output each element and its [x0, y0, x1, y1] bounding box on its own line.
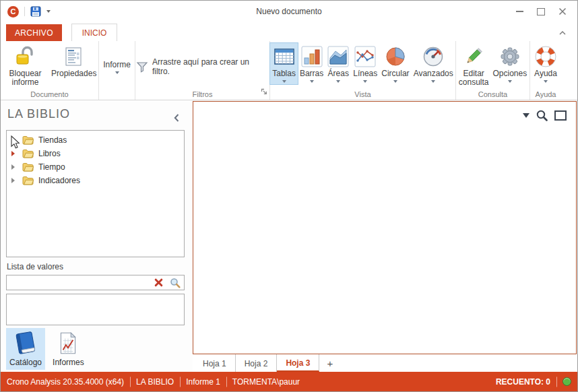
- informes-button[interactable]: Informes: [49, 328, 88, 370]
- save-icon[interactable]: [30, 6, 41, 17]
- ayuda-button[interactable]: Ayuda: [532, 43, 559, 84]
- ribbon-group-documento: Bloquear informe Propiedades Documento: [1, 41, 99, 100]
- open-padlock-icon: [15, 44, 36, 68]
- maximize-button[interactable]: [530, 3, 552, 20]
- ribbon-group-ayuda: Ayuda Ayuda: [530, 41, 561, 100]
- folder-icon: [22, 135, 34, 145]
- red-x-icon: [154, 278, 163, 287]
- catalogo-button[interactable]: Catálogo: [6, 328, 45, 370]
- close-button[interactable]: [552, 3, 573, 20]
- add-sheet-button[interactable]: +: [319, 354, 340, 372]
- expand-icon[interactable]: [11, 178, 15, 183]
- main-area: LA BIBLIO Tiendas Libros Tie: [1, 100, 577, 372]
- vista-lineas-button[interactable]: Líneas: [351, 43, 379, 84]
- canvas-toolbar: [523, 110, 567, 121]
- area-chart-icon: [327, 44, 349, 68]
- document-lines-icon: [63, 44, 84, 68]
- sheet-tab-hoja3[interactable]: Hoja 3: [277, 354, 319, 372]
- group-label-consulta: Consulta: [456, 90, 529, 98]
- dialog-launcher-icon: [261, 88, 267, 95]
- status-app-version: Crono Analysis 20.35.4000 (x64): [1, 377, 130, 387]
- vista-areas-button[interactable]: Áreas: [325, 43, 351, 84]
- tree-item-libros[interactable]: Libros: [7, 147, 184, 160]
- filter-drop-zone[interactable]: Arrastre aquí para crear un filtro.: [136, 57, 269, 76]
- informe-dropdown-button[interactable]: Informe: [101, 58, 133, 75]
- green-dot-icon: [563, 377, 571, 386]
- lifebuoy-icon: [535, 44, 556, 68]
- chevron-up-icon: [559, 31, 566, 35]
- vista-barras-button[interactable]: Barras: [298, 43, 325, 84]
- folder-icon: [22, 176, 34, 185]
- panel-mode-buttons: Catálogo Informes: [6, 328, 88, 370]
- tab-archivo[interactable]: ARCHIVO: [6, 24, 62, 41]
- status-bar: Crono Analysis 20.35.4000 (x64) LA BIBLI…: [1, 372, 577, 391]
- clear-search-button[interactable]: [151, 278, 166, 287]
- bar-chart-icon: [301, 44, 323, 68]
- canvas-zoom-icon[interactable]: [536, 110, 548, 121]
- panel-collapse-button[interactable]: [172, 111, 181, 126]
- group-label-documento: Documento: [1, 90, 98, 98]
- search-button[interactable]: [166, 277, 184, 288]
- chevron-down-icon: [282, 80, 286, 83]
- bloquear-informe-button[interactable]: Bloquear informe: [1, 43, 49, 88]
- chevron-down-icon: [393, 80, 397, 83]
- qat-customize-icon[interactable]: [46, 10, 51, 13]
- canvas-dropdown-icon[interactable]: [523, 113, 529, 118]
- expand-icon[interactable]: [11, 151, 15, 156]
- opciones-button[interactable]: Opciones: [491, 43, 529, 84]
- status-indicator: [556, 377, 577, 386]
- gear-icon: [499, 44, 521, 68]
- propiedades-button[interactable]: Propiedades: [49, 43, 98, 79]
- divider: [24, 7, 25, 16]
- chevron-down-icon: [115, 71, 119, 74]
- ribbon-group-filtros: Arrastre aquí para crear un filtro. Filt…: [135, 41, 270, 100]
- folder-icon: [22, 149, 34, 158]
- chevron-down-icon: [363, 80, 367, 83]
- vista-tablas-button[interactable]: Tablas: [270, 43, 298, 84]
- group-label-filtros: Filtros: [135, 90, 269, 98]
- title-bar: Nuevo documento C: [1, 1, 577, 22]
- gauge-icon: [422, 44, 444, 68]
- lista-de-valores-label: Lista de valores: [7, 262, 63, 271]
- vista-avanzados-button[interactable]: Avanzados: [412, 43, 455, 84]
- biblio-panel: LA BIBLIO Tiendas Libros Tie: [1, 100, 193, 372]
- value-search-input[interactable]: [7, 275, 151, 290]
- quick-access-toolbar: C: [1, 6, 51, 18]
- vista-circular-button[interactable]: Circular: [379, 43, 411, 84]
- group-label-ayuda: Ayuda: [530, 90, 561, 98]
- minimize-button[interactable]: [509, 3, 530, 20]
- tab-inicio[interactable]: INICIO: [71, 24, 118, 41]
- blue-book-icon: [13, 331, 38, 356]
- document-area: Hoja 1 Hoja 2 Hoja 3 +: [193, 100, 577, 372]
- chart-document-icon: [55, 331, 81, 356]
- report-canvas[interactable]: [193, 101, 577, 354]
- folder-icon: [22, 162, 34, 172]
- group-label-vista: Vista: [270, 90, 455, 98]
- status-informe: Informe 1: [180, 377, 226, 387]
- window-controls: [509, 3, 577, 20]
- value-search-box: [6, 275, 185, 290]
- sheet-tab-hoja1[interactable]: Hoja 1: [194, 354, 236, 372]
- magnifier-icon: [170, 277, 181, 288]
- editar-consulta-button[interactable]: Editar consulta: [457, 43, 491, 88]
- maximize-icon: [537, 8, 545, 15]
- expand-icon[interactable]: [11, 164, 15, 170]
- filtros-dialog-launcher[interactable]: [261, 86, 267, 98]
- dimension-tree: Tiendas Libros Tiempo Indicadores: [6, 130, 185, 257]
- app-window: Nuevo documento C ARCHIVO INICIO: [0, 0, 578, 392]
- sheet-tab-hoja2[interactable]: Hoja 2: [236, 354, 278, 372]
- values-listbox[interactable]: [6, 294, 185, 325]
- canvas-maximize-icon[interactable]: [554, 110, 567, 121]
- pencil-icon: [463, 44, 484, 68]
- expand-icon[interactable]: [11, 137, 15, 143]
- tree-item-tiempo[interactable]: Tiempo: [7, 160, 184, 174]
- ribbon-group-vista: Tablas Barras Áreas: [270, 41, 456, 100]
- tree-item-tiendas[interactable]: Tiendas: [7, 133, 184, 147]
- chevron-down-icon: [431, 80, 435, 83]
- app-logo-icon[interactable]: C: [7, 6, 19, 18]
- chevron-down-icon: [336, 80, 340, 83]
- collapse-ribbon-button[interactable]: [557, 24, 568, 40]
- funnel-icon: [136, 61, 148, 73]
- status-recuento: RECUENTO: 0: [490, 377, 556, 387]
- tree-item-indicadores[interactable]: Indicadores: [7, 174, 184, 187]
